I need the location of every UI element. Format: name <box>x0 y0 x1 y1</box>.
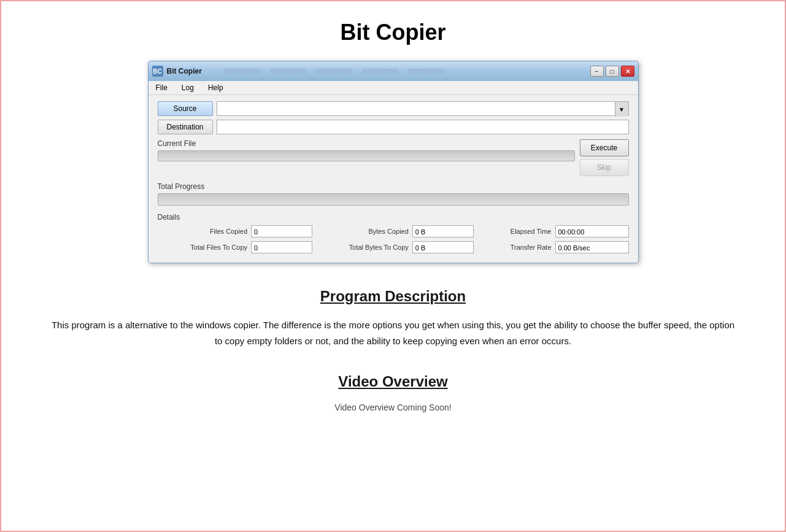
title-bar: BC Bit Copier − □ ✕ <box>148 61 638 81</box>
fake-item-2 <box>270 69 307 74</box>
title-bar-fake-items <box>224 69 445 74</box>
execute-button[interactable]: Execute <box>580 139 629 156</box>
source-input-container[interactable]: ▼ <box>217 101 629 116</box>
elapsed-time-value: 00:00:00 <box>555 225 629 237</box>
minimize-button[interactable]: − <box>590 66 604 77</box>
video-coming-soon: Video Overview Coming Soon! <box>50 403 737 412</box>
destination-button[interactable]: Destination <box>158 120 213 134</box>
elapsed-time-label: Elapsed Time <box>477 228 552 235</box>
current-file-label: Current File <box>158 139 575 148</box>
title-bar-text: Bit Copier <box>167 67 202 75</box>
page-content: Program Description This program is a al… <box>25 288 761 412</box>
app-window: BC Bit Copier − □ ✕ File Log Help <box>148 61 639 263</box>
total-bytes-value: 0 B <box>412 241 474 253</box>
menu-file[interactable]: File <box>153 83 170 93</box>
program-description-heading: Program Description <box>50 288 737 305</box>
details-section: Details Files Copied 0 Bytes Copied 0 B … <box>158 213 629 253</box>
page-title: Bit Copier <box>1 1 785 61</box>
files-copied-label: Files Copied <box>158 228 248 235</box>
bytes-copied-label: Bytes Copied <box>316 228 409 235</box>
title-bar-left: BC Bit Copier <box>152 66 445 77</box>
details-label: Details <box>158 213 629 222</box>
fake-item-1 <box>224 69 261 74</box>
total-bytes-label: Total Bytes To Copy <box>316 244 409 251</box>
skip-button[interactable]: Skip <box>580 159 629 176</box>
total-files-label: Total Files To Copy <box>158 244 248 251</box>
transfer-rate-value: 0.00 B/sec <box>555 241 629 253</box>
source-dropdown-arrow[interactable]: ▼ <box>615 102 628 117</box>
source-row: Source ▼ <box>158 101 629 116</box>
app-icon: BC <box>152 66 163 77</box>
maximize-button[interactable]: □ <box>606 66 619 77</box>
video-section: Video Overview Video Overview Coming Soo… <box>50 373 737 412</box>
bytes-copied-value: 0 B <box>412 225 474 237</box>
program-description-body: This program is a alternative to the win… <box>50 317 737 349</box>
fake-item-3 <box>316 69 353 74</box>
menu-help[interactable]: Help <box>206 83 226 93</box>
menu-log[interactable]: Log <box>179 83 196 93</box>
execute-skip-col: Execute Skip <box>580 139 629 176</box>
destination-input[interactable] <box>217 120 629 134</box>
files-copied-value: 0 <box>251 225 312 237</box>
total-progress-bar <box>158 193 629 206</box>
title-bar-controls: − □ ✕ <box>590 66 634 77</box>
total-files-value: 0 <box>251 241 312 253</box>
menu-bar: File Log Help <box>148 81 638 95</box>
close-button[interactable]: ✕ <box>621 66 634 77</box>
fake-item-4 <box>362 69 399 74</box>
total-progress-label: Total Progress <box>158 182 629 191</box>
source-button[interactable]: Source <box>158 101 213 116</box>
details-grid: Files Copied 0 Bytes Copied 0 B Elapsed … <box>158 225 629 253</box>
destination-row: Destination <box>158 120 629 134</box>
app-content: Source ▼ Destination Current File Execut… <box>148 95 638 263</box>
video-overview-heading: Video Overview <box>50 373 737 390</box>
current-file-bar <box>158 150 575 161</box>
fake-item-5 <box>408 69 445 74</box>
transfer-rate-label: Transfer Rate <box>477 244 552 251</box>
